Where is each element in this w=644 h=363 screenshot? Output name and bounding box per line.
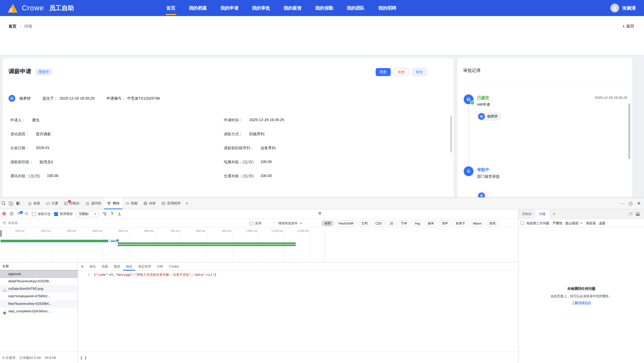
throttling-select[interactable]: 无限制 ▼ [76, 211, 99, 217]
drawer-add-tab-icon[interactable]: + [549, 209, 559, 219]
breadcrumb-home[interactable]: 首页 [9, 24, 17, 29]
step2-person-pill[interactable]: 唐 [477, 191, 488, 197]
nav-my-approvals[interactable]: 我的审批 [245, 0, 277, 16]
brand-logo[interactable]: Crowe 员工自助 [7, 3, 74, 13]
request-row-detail[interactable]: detail?businessKey=525256... [0, 278, 78, 285]
tab-response[interactable]: 响应 [123, 262, 135, 271]
nav-my-team[interactable]: 我的团队 [340, 0, 372, 16]
drawer-tab-issues[interactable]: 问题 [536, 209, 549, 219]
import-har-icon[interactable] [110, 212, 114, 217]
funnel-icon [3, 221, 6, 225]
field-transport-subsidy: 交通补助：(元/月) 100.00 [224, 174, 272, 179]
pill-media[interactable]: 媒体 [425, 220, 437, 226]
pill-other[interactable]: 其他 [486, 220, 498, 226]
disable-cache-toggle[interactable]: ✓ 禁用缓存 [54, 212, 73, 216]
invert-checkbox[interactable] [250, 222, 253, 225]
back-button[interactable]: ‹ 返回 [623, 23, 634, 29]
pill-fetch-xhr[interactable]: Fetch/XHR [336, 220, 357, 226]
more-filters-dropdown[interactable]: 增加筛选条件 ▼ [278, 221, 302, 226]
close-detail-icon[interactable]: ✕ [78, 264, 87, 269]
approve-button[interactable]: 同意 [376, 68, 391, 76]
tab-console[interactable]: 控制台 ✕ [61, 198, 83, 209]
devtools-menu-icon[interactable]: ⋯ [619, 200, 626, 208]
pill-socket[interactable]: 套接字 [453, 220, 468, 226]
more-tools-plus-icon[interactable]: + [183, 199, 191, 207]
request-row-nodata-png[interactable]: noData-BvmSHT9O.png [0, 285, 78, 293]
network-conditions-icon[interactable] [102, 212, 107, 217]
user-menu[interactable]: 张婉清 [610, 4, 636, 12]
panel-layout-icon[interactable] [14, 199, 22, 207]
preserve-log-checkbox[interactable] [32, 212, 36, 216]
overview-drag-handle[interactable] [0, 230, 2, 237]
request-row-step-completed[interactable]: step_completed-DjXGWsvc.... [0, 308, 78, 315]
pill-css[interactable]: CSS [373, 220, 385, 226]
requests-column-name[interactable]: 名称 [0, 262, 78, 270]
clear-network-button[interactable] [10, 212, 14, 217]
severity-select[interactable]: 默认级别 ▼ [565, 221, 582, 226]
tab-preview[interactable]: 预览 [111, 262, 123, 271]
tab-welcome[interactable]: 欢迎 [25, 198, 43, 209]
drawer-dock-icon[interactable] [636, 212, 640, 216]
tab-initiator[interactable]: 发起程序 [135, 262, 154, 271]
format-json-button[interactable]: { } [80, 352, 87, 363]
overview-bar-long-1[interactable] [119, 242, 296, 244]
nav-my-recruiting[interactable]: 我的招聘 [372, 0, 403, 16]
overview-bar-long-2[interactable] [119, 245, 296, 246]
export-har-icon[interactable] [117, 212, 121, 217]
tab-performance[interactable]: 性能 [122, 198, 140, 209]
issues-learn-more-link[interactable]: 了解详细信息 [572, 301, 591, 305]
reject-button[interactable]: 拒绝 [394, 68, 409, 76]
nav-profile[interactable]: 我的档案 [182, 0, 214, 16]
tab-timing[interactable]: 计时 [154, 262, 166, 271]
browser-select[interactable]: 桌面 [599, 221, 605, 226]
drawer-tab-console[interactable]: 控制台 [519, 209, 536, 219]
tab-headers[interactable]: 标头 [87, 262, 99, 271]
stamp-icon [466, 169, 471, 174]
pill-wasm[interactable]: Wasm [470, 220, 484, 226]
drawer-restore-icon[interactable] [628, 212, 633, 216]
devtools-close-icon[interactable]: ✕ [635, 200, 642, 208]
preserve-log-toggle[interactable]: 保留日志 [32, 212, 51, 216]
pill-js[interactable]: JS [387, 220, 396, 226]
tab-cookie[interactable]: Cookie [166, 262, 182, 271]
pill-all[interactable]: 全部 [322, 220, 334, 226]
nav-my-requests[interactable]: 我的申请 [214, 0, 245, 16]
tab-application[interactable]: 应用程序 [159, 198, 183, 209]
network-settings-gear-icon[interactable] [318, 211, 322, 217]
step1-person-pill[interactable]: 杨 杨梦婷 [477, 112, 501, 121]
request-row-approval[interactable]: approval [0, 270, 78, 278]
pill-manifest[interactable]: 清单 [439, 220, 451, 226]
device-toolbar-icon[interactable] [7, 199, 14, 207]
disable-cache-checkbox[interactable]: ✓ [54, 212, 58, 216]
nav-home[interactable]: 首页 [160, 0, 182, 16]
tab-elements[interactable]: 元素 [43, 198, 61, 209]
pill-img[interactable]: Img [412, 220, 423, 226]
record-scrollbar[interactable] [628, 103, 630, 159]
nav-my-salary[interactable]: 我的薪资 [277, 0, 308, 16]
transfer-button[interactable]: 转交 [412, 68, 427, 76]
record-button[interactable] [2, 212, 6, 217]
tab-payload[interactable]: 负载 [99, 262, 111, 271]
network-search-icon[interactable] [25, 212, 29, 217]
nav-my-attendance[interactable]: 我的假勤 [308, 0, 340, 16]
inspect-element-icon[interactable] [0, 199, 7, 207]
submitted-label: 提交于： [43, 96, 58, 101]
request-row-flow[interactable]: flow?businessKey=5252564... [0, 300, 78, 308]
request-row-todo[interactable]: todo?employeeId=4758502... [0, 293, 78, 300]
content-scrollbar[interactable] [450, 116, 452, 153]
tab-sources[interactable]: 源代码 [83, 198, 104, 209]
field-computer-subsidy: 电脑补助：(元/月) 100.00 [224, 160, 272, 165]
pill-font[interactable]: 字体 [398, 220, 410, 226]
devtools-help-icon[interactable]: ? [627, 200, 634, 208]
overview-bar-main[interactable] [1, 240, 108, 242]
overview-grid[interactable]: 100 ms 200 ms 300 ms 400 ms 500 ms 600 m… [0, 228, 325, 262]
tab-network[interactable]: 网络 [104, 198, 122, 209]
invert-filter-toggle[interactable]: 反转 [250, 221, 262, 226]
third-party-checkbox[interactable] [521, 221, 524, 225]
overview-bar-small[interactable] [111, 241, 115, 242]
filter-input[interactable]: 筛选器 [3, 221, 18, 225]
tab-memory[interactable]: 内存 [140, 198, 159, 209]
response-body-line[interactable]: 1 {"code":65,"message":"获取工作流程任务失败: 任务不存… [78, 273, 518, 277]
pill-doc[interactable]: 文档 [359, 220, 371, 226]
filter-toggle-button[interactable]: ✕ [17, 212, 21, 216]
